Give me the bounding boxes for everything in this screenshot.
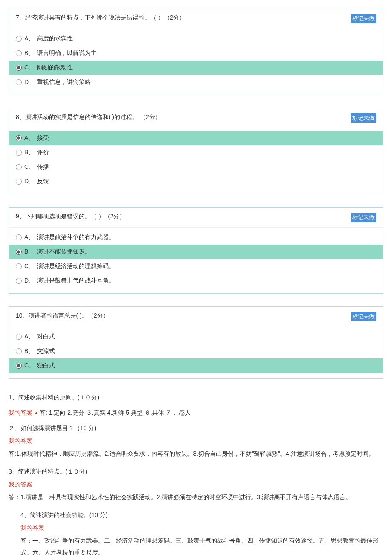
answer-text-2: 答:1.体现时代精神，顺应历史潮流。2.适合听众要求，内容有的放矢。3.切合自己… (9, 448, 383, 460)
radio-icon[interactable] (16, 65, 22, 71)
answer-label-3: 我的答案 (9, 481, 383, 489)
option-text: 传播 (37, 163, 376, 171)
radio-icon[interactable] (16, 249, 22, 255)
option-row[interactable]: B、语言明确，以解说为主 (9, 46, 383, 61)
essay-q4: 4、简述演讲的社会功能。(10 分) (20, 509, 383, 521)
option-text: 演讲不能传播知识。 (37, 248, 376, 256)
option-text: 对白式 (37, 333, 376, 341)
question-card: 7、经济演讲具有的特点，下列哪个说法是错误的。（ ）（2分）标记未做A、高度的求… (9, 9, 383, 95)
radio-icon[interactable] (16, 164, 22, 170)
radio-icon[interactable] (16, 79, 22, 85)
option-key: B、 (24, 347, 37, 355)
answer-label-1: 我的答案 (9, 409, 32, 416)
option-row[interactable]: A、高度的求实性 (9, 32, 383, 46)
option-key: B、 (24, 248, 37, 256)
radio-icon[interactable] (16, 50, 22, 56)
option-row[interactable]: C、独白式 (9, 358, 383, 373)
question-title: 7、经济演讲具有的特点，下列哪个说法是错误的。（ ）（2分） (16, 14, 185, 23)
triangle-icon (35, 412, 38, 414)
radio-icon[interactable] (16, 363, 22, 369)
question-title: 9、下列哪项选项是错误的。（ ）（2分） (16, 213, 125, 222)
option-row[interactable]: A、对白式 (9, 330, 383, 344)
options-list: A、高度的求实性B、语言明确，以解说为主C、刚烈的鼓动性D、重视信息，讲究策略 (9, 29, 383, 95)
option-key: A、 (24, 134, 37, 142)
mark-undone-badge[interactable]: 标记未做 (351, 14, 376, 23)
option-text: 接受 (37, 134, 376, 142)
essay-section: 1、简述收集材料的原则。(１０分) 我的答案 答: 1.定向 2.充分 ３.真实… (9, 391, 383, 555)
option-key: B、 (24, 149, 37, 156)
essay-q2: ２、如何选择演讲题目？（10 分) (9, 422, 383, 434)
option-text: 语言明确，以解说为主 (37, 49, 376, 57)
option-key: A、 (24, 333, 37, 341)
question-header: 9、下列哪项选项是错误的。（ ）（2分）标记未做 (9, 208, 383, 228)
option-text: 演讲是政治斗争的有力武器。 (37, 234, 376, 241)
essay-q3: 3、简述演讲的特点。(１０分) (9, 465, 383, 477)
option-key: B、 (24, 49, 37, 57)
options-list: A、接受B、评价C、传播D、反馈 (9, 128, 383, 194)
answer-text-3: 答：1.演讲是一种具有现实性和艺术性的社会实践活动。2.演讲必须在特定的时空环境… (9, 491, 383, 503)
option-text: 高度的求实性 (37, 35, 376, 43)
option-row[interactable]: A、演讲是政治斗争的有力武器。 (9, 230, 383, 245)
mark-undone-badge[interactable]: 标记未做 (351, 213, 376, 222)
option-row[interactable]: D、重视信息，讲究策略 (9, 75, 383, 90)
radio-icon[interactable] (16, 278, 22, 284)
option-text: 评价 (37, 149, 376, 156)
question-card: 9、下列哪项选项是错误的。（ ）（2分）标记未做A、演讲是政治斗争的有力武器。B… (9, 207, 383, 294)
answer-label-4: 我的答案 (20, 524, 383, 532)
option-text: 演讲是经济活动的理想筹码。 (37, 263, 376, 270)
radio-icon[interactable] (16, 135, 22, 141)
answer-text-1: 答: 1.定向 2.充分 ３.真实 4.新鲜 5.典型 ６.具体 ７． 感人 (40, 409, 191, 416)
question-header: 8、演讲活动的实质是信息的传递和( )的过程。 （2分）标记未做 (9, 108, 383, 128)
question-header: 7、经济演讲具有的特点，下列哪个说法是错误的。（ ）（2分）标记未做 (9, 9, 383, 29)
radio-icon[interactable] (16, 334, 22, 340)
options-list: A、演讲是政治斗争的有力武器。B、演讲不能传播知识。C、演讲是经济活动的理想筹码… (9, 228, 383, 293)
option-key: D、 (24, 277, 37, 285)
option-row[interactable]: B、评价 (9, 145, 383, 160)
mark-undone-badge[interactable]: 标记未做 (351, 312, 376, 321)
option-row[interactable]: D、反馈 (9, 174, 383, 189)
radio-icon[interactable] (16, 263, 22, 269)
answer-label-2: 我的答案 (9, 437, 383, 445)
question-header: 10、演讲者的语言总是( )。（2分）标记未做 (9, 307, 383, 327)
radio-icon[interactable] (16, 150, 22, 156)
radio-icon[interactable] (16, 36, 22, 42)
option-key: D、 (24, 178, 37, 185)
option-key: A、 (24, 35, 37, 43)
option-text: 交流式 (37, 347, 376, 355)
mark-undone-badge[interactable]: 标记未做 (351, 113, 376, 123)
option-text: 刚烈的鼓动性 (37, 64, 376, 72)
option-key: D、 (24, 78, 37, 86)
option-row[interactable]: C、演讲是经济活动的理想筹码。 (9, 259, 383, 274)
option-row[interactable]: D、演讲是鼓舞士气的战斗号角。 (9, 274, 383, 288)
option-key: C、 (24, 64, 37, 72)
option-key: C、 (24, 362, 37, 370)
option-text: 独白式 (37, 362, 376, 370)
option-row[interactable]: C、传播 (9, 160, 383, 174)
question-title: 10、演讲者的语言总是( )。（2分） (16, 312, 109, 321)
option-row[interactable]: A、接受 (9, 131, 383, 145)
option-text: 演讲是鼓舞士气的战斗号角。 (37, 277, 376, 285)
radio-icon[interactable] (16, 348, 22, 354)
option-key: C、 (24, 163, 37, 171)
options-list: A、对白式B、交流式C、独白式 (9, 327, 383, 378)
question-card: 10、演讲者的语言总是( )。（2分）标记未做A、对白式B、交流式C、独白式 (9, 306, 383, 379)
option-text: 重视信息，讲究策略 (37, 78, 376, 86)
option-row[interactable]: B、演讲不能传播知识。 (9, 245, 383, 259)
option-text: 反馈 (37, 178, 376, 185)
radio-icon[interactable] (16, 179, 22, 185)
option-key: A、 (24, 234, 37, 241)
radio-icon[interactable] (16, 234, 22, 240)
option-row[interactable]: B、交流式 (9, 344, 383, 358)
question-title: 8、演讲活动的实质是信息的传递和( )的过程。 （2分） (16, 113, 161, 123)
option-key: C、 (24, 263, 37, 270)
question-card: 8、演讲活动的实质是信息的传递和( )的过程。 （2分）标记未做A、接受B、评价… (9, 108, 383, 194)
option-row[interactable]: C、刚烈的鼓动性 (9, 61, 383, 75)
answer-text-4: 答：一、政治斗争的有力武器。二、经济活动的理想筹码。三、鼓舞士气的战斗号角。四、… (20, 535, 383, 555)
essay-q1: 1、简述收集材料的原则。(１０分) (9, 391, 383, 403)
